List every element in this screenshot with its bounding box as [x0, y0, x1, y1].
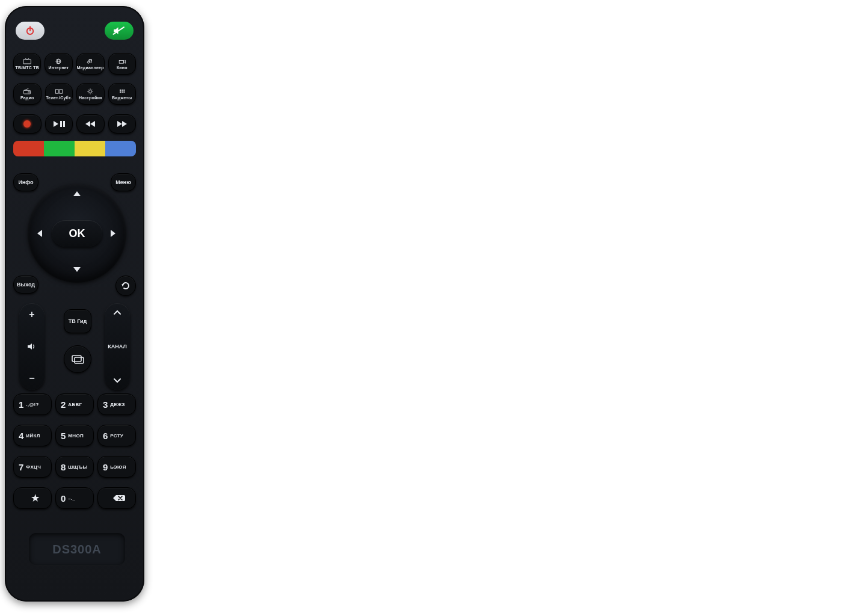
svg-line-20	[88, 90, 89, 90]
svg-rect-31	[63, 121, 65, 127]
svg-rect-3	[23, 60, 31, 64]
source-settings-label: Настройки	[79, 96, 102, 100]
svg-rect-10	[24, 90, 31, 94]
grid-icon	[117, 88, 127, 95]
yellow-color-button[interactable]	[75, 141, 105, 156]
keypad-9-button[interactable]: 9ЬЭЮЯ	[97, 456, 136, 478]
keypad-0-button[interactable]: 0–._	[55, 487, 94, 509]
svg-line-23	[88, 93, 89, 93]
chevron-down-icon	[113, 378, 121, 384]
source-radio-button[interactable]: Радио	[13, 83, 41, 105]
source-radio-label: Радио	[20, 96, 34, 100]
svg-rect-9	[119, 60, 123, 63]
source-teletext-subt-button[interactable]: Телет./Субт.	[45, 83, 73, 105]
record-button[interactable]	[13, 114, 41, 134]
dpad-up[interactable]	[72, 190, 82, 197]
remote-control: ТВ/МТС ТВ Интернет Медиаплеер Кино Радио…	[5, 6, 144, 602]
speaker-icon	[26, 342, 37, 351]
keypad-6-button[interactable]: 6РСТУ	[97, 425, 136, 446]
svg-rect-26	[123, 90, 124, 91]
teletext-icon	[54, 88, 64, 95]
source-widgets-button[interactable]: Виджеты	[108, 83, 137, 105]
svg-line-12	[24, 88, 29, 90]
svg-rect-30	[60, 121, 62, 127]
backspace-icon	[112, 494, 126, 502]
source-tv-mtstv-button[interactable]: ТВ/МТС ТВ	[13, 53, 41, 75]
volume-up-icon: +	[29, 309, 34, 320]
svg-rect-28	[121, 91, 123, 93]
svg-point-15	[89, 90, 92, 93]
source-cinema-button[interactable]: Кино	[108, 53, 136, 75]
rewind-button[interactable]	[76, 114, 105, 134]
ok-button[interactable]: OK	[52, 220, 102, 247]
chevron-up-icon	[113, 309, 121, 315]
gear-icon	[85, 88, 95, 95]
radio-icon	[22, 88, 32, 95]
model-plate: DS300A	[29, 533, 125, 565]
keypad-backspace-button[interactable]	[97, 487, 136, 509]
source-cinema-label: Кино	[117, 66, 128, 70]
menu-button[interactable]: Меню	[111, 173, 136, 191]
keypad-7-button[interactable]: 7ФХЦЧ	[13, 456, 52, 478]
svg-rect-33	[75, 357, 84, 363]
pip-button[interactable]	[64, 345, 91, 373]
source-teletext-subt-label: Телет./Субт.	[46, 96, 72, 100]
globe-icon	[54, 58, 63, 65]
power-button[interactable]	[16, 22, 45, 40]
svg-rect-29	[123, 91, 124, 93]
mute-button[interactable]	[105, 22, 134, 40]
fast-forward-button[interactable]	[108, 114, 137, 134]
tv-icon	[22, 58, 32, 65]
keypad-1-button[interactable]: 1.,@!?	[13, 393, 52, 415]
exit-button[interactable]: Выход	[13, 276, 38, 294]
keypad-5-button[interactable]: 5МНОП	[55, 425, 94, 446]
play-pause-icon	[52, 120, 66, 128]
back-icon	[120, 280, 131, 291]
red-color-button[interactable]	[13, 141, 44, 156]
dpad-left[interactable]	[36, 229, 43, 238]
blue-color-button[interactable]	[105, 141, 136, 156]
fast-forward-icon	[116, 120, 128, 128]
svg-rect-14	[60, 90, 63, 93]
green-color-button[interactable]	[44, 141, 75, 156]
source-internet-label: Интернет	[49, 66, 69, 70]
keypad-8-button[interactable]: 8ШЩЪЫ	[55, 456, 94, 478]
source-widgets-label: Виджеты	[112, 96, 132, 100]
back-button[interactable]	[115, 276, 136, 296]
music-icon	[85, 58, 95, 65]
source-settings-button[interactable]: Настройки	[76, 83, 105, 105]
source-mediaplayer-button[interactable]: Медиаплеер	[76, 53, 105, 75]
volume-down-icon: −	[29, 373, 34, 384]
channel-rocker[interactable]: КАНАЛ	[105, 303, 130, 390]
keypad-star-button[interactable]: ★	[13, 487, 52, 509]
volume-rocker[interactable]: + −	[19, 303, 45, 390]
rewind-icon	[84, 120, 96, 128]
svg-rect-25	[121, 90, 123, 91]
pip-icon	[71, 354, 84, 364]
tv-guide-button[interactable]: ТВ Гид	[64, 309, 91, 333]
dpad-right[interactable]	[109, 229, 117, 238]
svg-rect-27	[120, 91, 121, 93]
svg-rect-24	[120, 90, 121, 91]
svg-rect-13	[55, 90, 58, 93]
source-tv-mtstv-label: ТВ/МТС ТВ	[15, 66, 39, 70]
keypad-3-button[interactable]: 3ДЕЖЗ	[97, 393, 136, 415]
source-mediaplayer-label: Медиаплеер	[77, 66, 104, 70]
dpad-down[interactable]	[72, 266, 82, 273]
source-internet-button[interactable]: Интернет	[45, 53, 72, 75]
svg-point-11	[28, 91, 30, 93]
record-icon	[23, 120, 31, 128]
model-label: DS300A	[52, 543, 102, 556]
keypad-4-button[interactable]: 4ИЙКЛ	[13, 425, 52, 446]
power-icon	[25, 25, 35, 36]
channel-label: КАНАЛ	[108, 343, 126, 350]
info-button[interactable]: Инфо	[13, 173, 38, 191]
svg-line-21	[91, 93, 92, 93]
mute-icon	[112, 25, 126, 36]
film-icon	[117, 58, 127, 65]
svg-rect-32	[72, 356, 81, 362]
play-pause-button[interactable]	[45, 114, 73, 134]
svg-line-22	[91, 90, 92, 90]
keypad-2-button[interactable]: 2АБВГ	[55, 393, 94, 415]
